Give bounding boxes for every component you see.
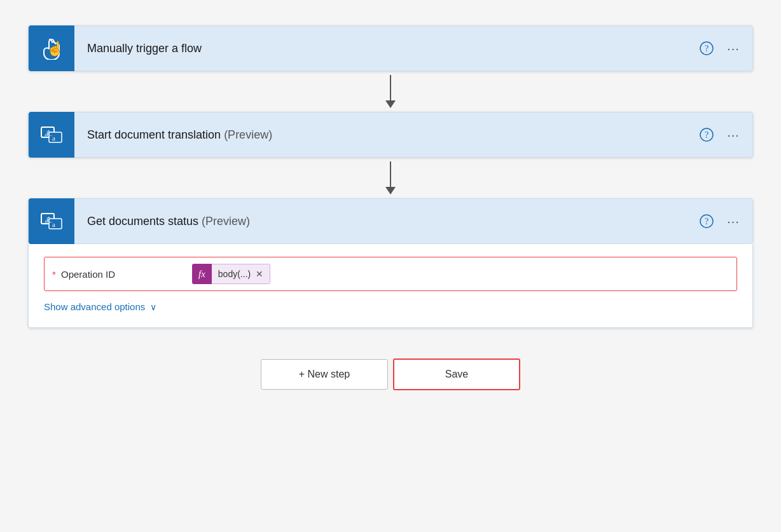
ellipsis-icon-3: ··· [727, 214, 740, 229]
save-button[interactable]: Save [393, 358, 520, 390]
svg-text:←: ← [48, 219, 53, 225]
expression-body: body(...) ✕ [212, 264, 270, 284]
step-translation-help-button[interactable]: ? [698, 126, 715, 144]
step-translation: あ → a ← Start document translation (Prev… [28, 112, 753, 158]
flow-container: ☝ Manually trigger a flow ? ··· [28, 25, 753, 390]
required-marker: * [52, 269, 56, 280]
arrow-connector-1 [385, 71, 396, 112]
step-translation-header: あ → a ← Start document translation (Prev… [28, 112, 753, 158]
step-trigger-title: Manually trigger a flow [74, 42, 698, 55]
step-status-body: * Operation ID fx body(...) ✕ Show advan… [28, 244, 753, 328]
step-trigger: ☝ Manually trigger a flow ? ··· [28, 25, 753, 71]
svg-text:?: ? [705, 44, 708, 53]
step-status-help-button[interactable]: ? [698, 212, 715, 230]
step-status-actions: ? ··· [698, 212, 742, 230]
svg-text:?: ? [705, 130, 708, 140]
step-trigger-more-button[interactable]: ··· [724, 39, 742, 57]
step-status-more-button[interactable]: ··· [724, 212, 742, 230]
arrow-head-1 [385, 100, 396, 108]
help-icon: ? [700, 41, 714, 55]
help-icon-3: ? [700, 214, 714, 228]
operation-id-label-text: Operation ID [61, 269, 115, 280]
svg-text:←: ← [48, 133, 53, 139]
step-status-icon-container: あ → a ← [29, 198, 74, 244]
step-status-title: Get documents status (Preview) [74, 215, 698, 228]
step-translation-more-button[interactable]: ··· [724, 126, 742, 144]
operation-id-field-row: * Operation ID fx body(...) ✕ [44, 257, 737, 291]
translate-icon-1: あ → a ← [40, 123, 63, 146]
arrow-head-2 [385, 187, 396, 194]
ellipsis-icon: ··· [727, 41, 740, 56]
step-trigger-header: ☝ Manually trigger a flow ? ··· [28, 25, 753, 71]
expression-value: body(...) [218, 269, 251, 279]
step-trigger-icon-container: ☝ [29, 25, 74, 71]
touch-icon: ☝ [40, 37, 63, 60]
step-status: あ → a ← Get documents status (Preview) ? [28, 198, 753, 328]
step-translation-actions: ? ··· [698, 126, 742, 144]
help-icon-2: ? [700, 128, 714, 142]
arrow-connector-2 [385, 158, 396, 198]
new-step-button[interactable]: + New step [261, 359, 388, 390]
step-translation-title: Start document translation (Preview) [74, 128, 698, 142]
operation-id-value-container: fx body(...) ✕ [192, 264, 729, 284]
ellipsis-icon-2: ··· [727, 128, 740, 142]
chevron-down-icon: ∨ [150, 302, 156, 312]
step-translation-icon-container: あ → a ← [29, 112, 74, 158]
step-trigger-help-button[interactable]: ? [698, 39, 715, 57]
step-trigger-actions: ? ··· [698, 39, 742, 57]
arrow-line-1 [390, 75, 391, 100]
svg-text:☝: ☝ [46, 40, 63, 57]
operation-id-label: * Operation ID [52, 269, 192, 280]
show-advanced-label: Show advanced options [44, 301, 145, 312]
step-status-header: あ → a ← Get documents status (Preview) ? [28, 198, 753, 244]
translate-icon-2: あ → a ← [40, 210, 63, 233]
expression-chip[interactable]: fx body(...) ✕ [192, 264, 270, 284]
fx-icon: fx [192, 264, 212, 284]
expression-close-button[interactable]: ✕ [256, 269, 263, 279]
bottom-actions: + New step Save [261, 358, 520, 390]
svg-text:?: ? [705, 217, 708, 226]
show-advanced-button[interactable]: Show advanced options ∨ [44, 301, 156, 312]
arrow-line-2 [390, 161, 391, 187]
